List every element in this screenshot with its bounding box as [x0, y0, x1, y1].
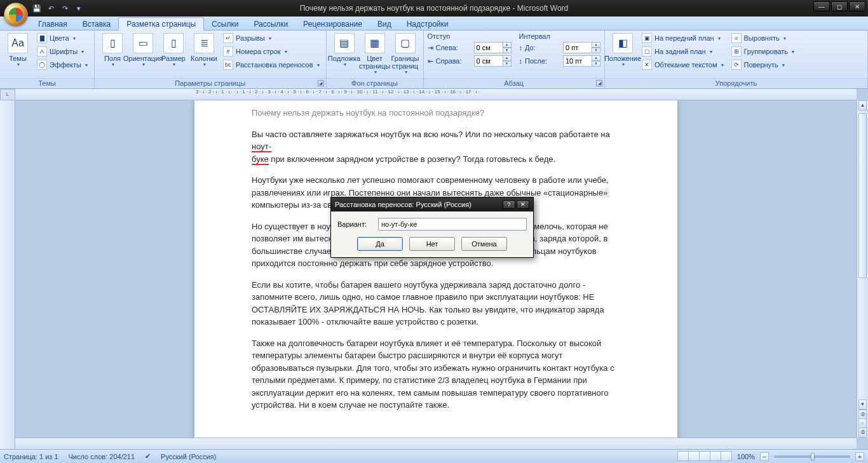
group-paragraph: Отступ ⇥Слева:▲▼ ⇤Справа:▲▼ Интервал ↕До… — [424, 30, 606, 88]
send-back-button[interactable]: ▢На задний план — [639, 45, 726, 58]
tab-selector[interactable]: L — [0, 89, 15, 100]
variant-input[interactable] — [378, 218, 527, 231]
theme-colors-button[interactable]: ▇Цвета — [34, 32, 90, 44]
tab-mailings[interactable]: Рассылки — [246, 18, 295, 30]
paragraph-launcher[interactable]: ◢ — [596, 80, 602, 86]
text-wrap-button[interactable]: ✕Обтекание текстом — [639, 58, 726, 71]
margins-button[interactable]: ▯Поля — [98, 32, 126, 69]
minimize-button[interactable]: — — [813, 1, 830, 11]
save-icon[interactable]: 💾 — [32, 3, 42, 13]
doc-paragraph: Если вы хотите, чтобы батарея вашего ноу… — [252, 279, 620, 328]
undo-icon[interactable]: ↶ — [46, 3, 56, 13]
rotate-button[interactable]: ⟳Повернуть — [729, 58, 797, 71]
vertical-scrollbar[interactable]: ▲ ▼ ⦿ ○ ⦿ — [857, 100, 868, 438]
qat-dropdown-icon[interactable]: ▾ — [74, 3, 84, 13]
view-buttons — [678, 451, 732, 462]
back-icon: ▢ — [642, 46, 652, 57]
spacing-after-spinner[interactable]: ▲▼ — [563, 55, 600, 67]
indent-right-spinner[interactable]: ▲▼ — [474, 55, 512, 67]
status-language[interactable]: Русский (Россия) — [161, 453, 216, 460]
status-page[interactable]: Страница: 1 из 1 — [4, 453, 58, 460]
window-controls: — ◻ ✕ — [813, 1, 865, 11]
doc-heading: Почему нельзя держать ноутбук на постоян… — [252, 107, 620, 119]
indent-left-spinner[interactable]: ▲▼ — [474, 42, 512, 53]
maximize-button[interactable]: ◻ — [831, 1, 848, 11]
wrap-icon: ✕ — [642, 60, 652, 70]
fonts-icon: A — [37, 46, 47, 57]
line-numbers-button[interactable]: #Номера строк — [220, 45, 322, 58]
size-icon: ▯ — [163, 33, 184, 53]
indent-left-icon: ⇥ — [428, 44, 433, 52]
scroll-up-icon[interactable]: ▲ — [858, 100, 867, 111]
group-label-arrange: Упорядочить — [605, 78, 867, 88]
dialog-titlebar[interactable]: Расстановка переносов: Русский (Россия) … — [331, 198, 533, 211]
full-screen-view[interactable] — [688, 451, 700, 461]
next-page-icon[interactable]: ⦿ — [858, 427, 867, 438]
web-layout-view[interactable] — [699, 451, 710, 461]
align-button[interactable]: ≡Выровнять — [729, 32, 797, 44]
tab-page-layout[interactable]: Разметка страницы — [118, 17, 204, 30]
vertical-ruler[interactable] — [0, 100, 15, 449]
tab-addins[interactable]: Надстройки — [399, 18, 456, 30]
draft-view[interactable] — [721, 451, 732, 461]
columns-icon: ≣ — [194, 33, 214, 53]
theme-fonts-button[interactable]: AШрифты — [34, 45, 90, 58]
spacing-after-label: После: — [525, 57, 560, 65]
tab-insert[interactable]: Вставка — [75, 18, 119, 30]
group-label-page-bg: Фон страницы — [327, 78, 423, 88]
dialog-title: Расстановка переносов: Русский (Россия) — [335, 201, 471, 208]
horizontal-ruler[interactable]: 3 · ı · 2 · ı · 1 · ı · · ı · 1 · ı · 2 … — [15, 89, 857, 100]
page-setup-launcher[interactable]: ◢ — [318, 80, 324, 86]
page-borders-button[interactable]: ▢Границы страниц — [391, 32, 419, 77]
document-area[interactable]: Почему нельзя держать ноутбук на постоян… — [15, 100, 857, 438]
group-label-page-setup: Параметры страницы◢ — [95, 78, 325, 88]
print-layout-view[interactable] — [677, 451, 689, 461]
statusbar: Страница: 1 из 1 Число слов: 204/211 ✔ Р… — [0, 449, 868, 463]
no-button[interactable]: Нет — [409, 237, 455, 251]
outline-view[interactable] — [710, 451, 721, 461]
tab-references[interactable]: Ссылки — [204, 18, 246, 30]
indent-right-label: Справа: — [436, 57, 471, 65]
group-themes: AaТемы ▇Цвета AШрифты ◯Эффекты Темы — [0, 30, 95, 88]
size-button[interactable]: ▯Размер — [159, 32, 187, 69]
tab-view[interactable]: Вид — [370, 18, 399, 30]
theme-effects-button[interactable]: ◯Эффекты — [34, 58, 90, 71]
zoom-level[interactable]: 100% — [737, 453, 755, 460]
yes-button[interactable]: Да — [357, 237, 403, 251]
page-color-button[interactable]: ▦Цвет страницы — [361, 32, 389, 77]
proofing-icon[interactable]: ✔ — [145, 452, 151, 460]
zoom-out-button[interactable]: − — [760, 452, 769, 461]
hyphenation-icon: bc — [223, 60, 233, 70]
watermark-button[interactable]: ▤Подложка — [330, 32, 358, 69]
hyphenation-button[interactable]: bcРасстановка переносов — [220, 58, 322, 71]
indent-header: Отступ — [428, 32, 512, 40]
dialog-help-icon[interactable]: ? — [503, 200, 515, 209]
spacing-before-spinner[interactable]: ▲▼ — [563, 42, 600, 53]
orientation-button[interactable]: ▭Ориентация — [129, 32, 157, 69]
horizontal-scrollbar[interactable] — [15, 438, 857, 449]
tab-home[interactable]: Главная — [31, 18, 75, 30]
bring-front-button[interactable]: ▣На передний план — [639, 32, 726, 44]
zoom-slider[interactable] — [774, 455, 850, 458]
cancel-button[interactable]: Отмена — [461, 237, 507, 251]
hyphenation-dialog: Расстановка переносов: Русский (Россия) … — [330, 197, 534, 258]
close-button[interactable]: ✕ — [849, 1, 865, 11]
zoom-thumb[interactable] — [811, 453, 815, 460]
page[interactable]: Почему нельзя держать ноутбук на постоян… — [194, 100, 677, 438]
breaks-button[interactable]: ↵Разрывы — [220, 32, 322, 44]
group-objects-button[interactable]: ⊞Группировать — [729, 45, 797, 58]
columns-button[interactable]: ≣Колонки — [190, 32, 218, 69]
dialog-close-icon[interactable]: ✕ — [517, 200, 529, 209]
spacing-before-icon: ↕ — [519, 44, 523, 51]
margins-icon: ▯ — [102, 33, 123, 53]
themes-button[interactable]: AaТемы — [4, 32, 32, 69]
redo-icon[interactable]: ↷ — [60, 3, 70, 13]
tab-review[interactable]: Рецензирование — [295, 18, 370, 30]
scroll-down-icon[interactable]: ▼ — [858, 399, 867, 410]
status-words[interactable]: Число слов: 204/211 — [69, 453, 135, 460]
scroll-thumb[interactable] — [858, 113, 867, 278]
effects-icon: ◯ — [37, 60, 47, 70]
office-button[interactable] — [4, 3, 28, 27]
zoom-in-button[interactable]: + — [855, 452, 864, 461]
position-button[interactable]: ◧Положение — [609, 32, 637, 69]
